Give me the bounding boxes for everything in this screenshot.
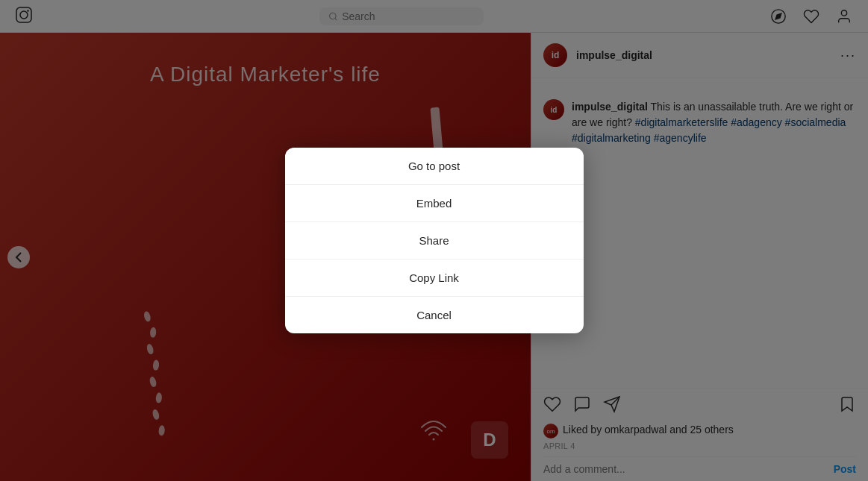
modal-go-to-post[interactable]: Go to post — [285, 148, 584, 185]
modal-copy-link[interactable]: Copy Link — [285, 260, 584, 297]
modal-share[interactable]: Share — [285, 222, 584, 260]
modal-overlay[interactable]: Go to post Embed Share Copy Link Cancel — [0, 0, 868, 481]
modal-cancel[interactable]: Cancel — [285, 297, 584, 333]
modal-embed[interactable]: Embed — [285, 185, 584, 222]
share-modal: Go to post Embed Share Copy Link Cancel — [285, 148, 584, 333]
